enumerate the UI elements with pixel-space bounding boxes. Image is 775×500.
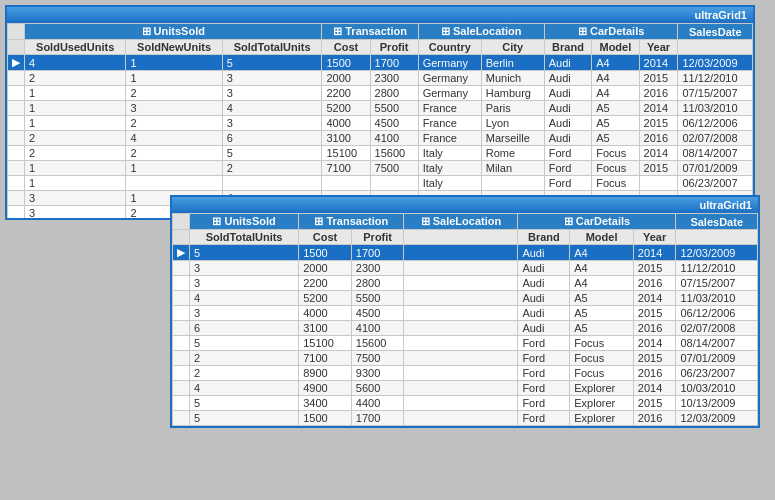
g2-col-soldtotal[interactable]: SoldTotalUnits [190,230,299,245]
table-row[interactable]: ▶41515001700GermanyBerlinAudiA4201412/03… [8,55,753,71]
table-cell: Ford [518,396,570,411]
table-row[interactable]: 1ItalyFordFocus06/23/2007 [8,176,753,191]
col-date[interactable] [678,40,753,55]
table-cell: Ford [518,351,570,366]
g2-col-date[interactable] [676,230,758,245]
table-cell: 4100 [351,321,404,336]
table-cell: Berlin [481,55,544,71]
table-row[interactable]: 11271007500ItalyMilanFordFocus201507/01/… [8,161,753,176]
table-cell: 02/07/2008 [676,321,758,336]
row-indicator: ▶ [173,245,190,261]
table-cell: Explorer [570,411,634,426]
g2-group-header-location[interactable]: ⊞ SaleLocation [404,214,518,230]
table-row[interactable]: 534004400FordExplorer201510/13/2009 [173,396,758,411]
g2-group-header-car[interactable]: ⊞ CarDetails [518,214,676,230]
row-indicator [173,321,190,336]
table-cell: 1700 [370,55,418,71]
col-soldnew[interactable]: SoldNewUnits [126,40,222,55]
g2-group-header-transaction[interactable]: ⊞ Transaction [299,214,404,230]
table-cell: 4 [25,55,126,71]
g2-col-profit[interactable]: Profit [351,230,404,245]
g2-col-cost[interactable]: Cost [299,230,352,245]
table-cell: Focus [592,146,639,161]
g2-col-loc[interactable] [404,230,518,245]
table-cell: Audi [544,55,591,71]
table-row[interactable]: 322002800AudiA4201607/15/2007 [173,276,758,291]
table-cell: 07/01/2009 [676,351,758,366]
table-cell: 1700 [351,245,404,261]
g2-group-header-sales[interactable]: SalesDate [676,214,758,230]
table-cell: 2 [25,131,126,146]
table-cell: A5 [592,101,639,116]
table-cell: 5 [190,396,299,411]
table-row[interactable]: 452005500AudiA5201411/03/2010 [173,291,758,306]
table-cell: Ford [518,366,570,381]
table-row[interactable]: 12340004500FranceLyonAudiA5201506/12/200… [8,116,753,131]
group-header-units[interactable]: ⊞ UnitsSold [25,24,322,40]
col-model[interactable]: Model [592,40,639,55]
table-row[interactable]: 631004100AudiA5201602/07/2008 [173,321,758,336]
col-country[interactable]: Country [418,40,481,55]
table-cell: 2 [126,146,222,161]
table-row[interactable]: 51510015600FordFocus201408/14/2007 [173,336,758,351]
g2-col-year[interactable]: Year [633,230,676,245]
group-header-location[interactable]: ⊞ SaleLocation [418,24,544,40]
col-cost[interactable]: Cost [322,40,370,55]
col-soldused[interactable]: SoldUsedUnits [25,40,126,55]
table-cell: Audi [518,261,570,276]
table-row[interactable]: 271007500FordFocus201507/01/2009 [173,351,758,366]
table-row[interactable]: ▶515001700AudiA4201412/03/2009 [173,245,758,261]
g2-group-header-units[interactable]: ⊞ UnitsSold [190,214,299,230]
table-cell: 11/12/2010 [676,261,758,276]
col-indicator [8,40,25,55]
row-indicator [173,306,190,321]
group-header-sales[interactable]: SalesDate [678,24,753,40]
table-cell: 4500 [351,306,404,321]
row-indicator [173,261,190,276]
group-header-transaction[interactable]: ⊞ Transaction [322,24,418,40]
table-cell: 2014 [633,381,676,396]
table-cell: 2 [25,146,126,161]
grid-window-2[interactable]: ultraGrid1 ⊞ UnitsSold ⊞ Transaction ⊞ S… [170,195,760,428]
table-cell: 1 [25,176,126,191]
col-city[interactable]: City [481,40,544,55]
table-cell: 02/07/2008 [678,131,753,146]
table-row[interactable]: 320002300AudiA4201511/12/2010 [173,261,758,276]
col-brand[interactable]: Brand [544,40,591,55]
table-cell: 2 [190,366,299,381]
table-row[interactable]: 21320002300GermanyMunichAudiA4201511/12/… [8,71,753,86]
col-soldtotal[interactable]: SoldTotalUnits [222,40,322,55]
table-row[interactable]: 340004500AudiA5201506/12/2006 [173,306,758,321]
table-cell: 15600 [370,146,418,161]
table-cell: 5200 [299,291,352,306]
g2-col-brand[interactable]: Brand [518,230,570,245]
table-cell: 2016 [633,276,676,291]
table-cell: Focus [570,336,634,351]
grid1-title-bar: ultraGrid1 [7,7,753,23]
table-row[interactable]: 24631004100FranceMarseilleAudiA5201602/0… [8,131,753,146]
g2-col-model[interactable]: Model [570,230,634,245]
table-cell: 2800 [370,86,418,101]
table-cell: 1500 [322,55,370,71]
table-cell: 3 [25,191,126,206]
table-cell [322,176,370,191]
table-row[interactable]: 13452005500FranceParisAudiA5201411/03/20… [8,101,753,116]
table-cell: Marseille [481,131,544,146]
group-header-car[interactable]: ⊞ CarDetails [544,24,678,40]
grid-window-1[interactable]: ultraGrid1 ⊞ UnitsSold ⊞ Transaction ⊞ S… [5,5,755,220]
table-cell: 4500 [370,116,418,131]
table-cell: 06/23/2007 [676,366,758,381]
table-cell: A4 [570,261,634,276]
row-indicator [8,71,25,86]
table-cell: 3100 [322,131,370,146]
table-row[interactable]: 289009300FordFocus201606/23/2007 [173,366,758,381]
table-cell [481,176,544,191]
table-row[interactable]: 2251510015600ItalyRomeFordFocus201408/14… [8,146,753,161]
col-profit[interactable]: Profit [370,40,418,55]
table-row[interactable]: 515001700FordExplorer201612/03/2009 [173,411,758,426]
table-row[interactable]: 12322002800GermanyHamburgAudiA4201607/15… [8,86,753,101]
table-cell: 4400 [351,396,404,411]
col-year[interactable]: Year [639,40,678,55]
table-cell: Ford [518,381,570,396]
table-row[interactable]: 449005600FordExplorer201410/03/2010 [173,381,758,396]
